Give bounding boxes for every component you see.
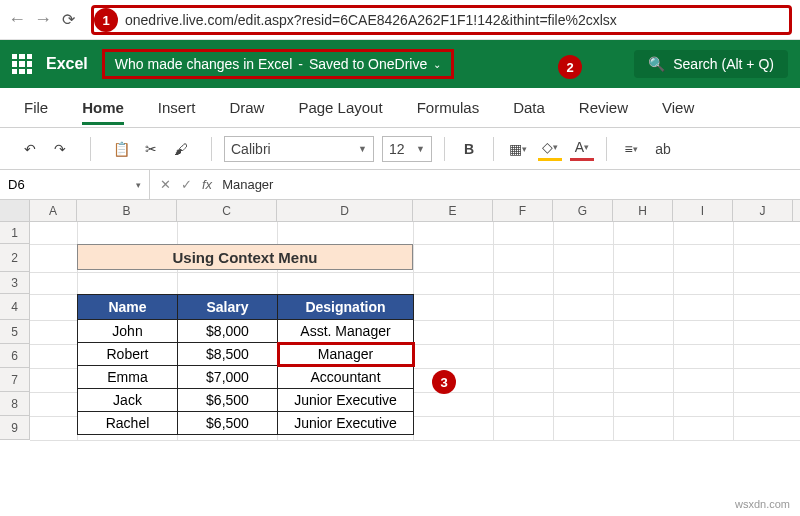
cancel-icon[interactable]: ✕ bbox=[160, 177, 171, 192]
font-name-dropdown[interactable]: Calibri ▼ bbox=[224, 136, 374, 162]
cell[interactable]: Asst. Manager bbox=[278, 320, 414, 343]
url-field[interactable]: 🔒 onedrive.live.com/edit.aspx?resid=6CAE… bbox=[91, 5, 792, 35]
search-button[interactable]: 🔍 Search (Alt + Q) bbox=[634, 50, 788, 78]
tab-review[interactable]: Review bbox=[579, 99, 628, 116]
column-headers: A B C D E F G H I J bbox=[0, 200, 800, 222]
forward-icon[interactable]: → bbox=[34, 9, 52, 30]
fx-icon[interactable]: fx bbox=[202, 177, 212, 192]
document-title[interactable]: Who made changes in Excel - Saved to One… bbox=[102, 49, 454, 79]
col-header-e[interactable]: E bbox=[413, 200, 493, 221]
cell[interactable]: $7,000 bbox=[178, 366, 278, 389]
tab-draw[interactable]: Draw bbox=[229, 99, 264, 116]
save-status: Saved to OneDrive bbox=[309, 56, 427, 72]
table-row: John$8,000Asst. Manager bbox=[78, 320, 414, 343]
col-header-h[interactable]: H bbox=[613, 200, 673, 221]
header-salary[interactable]: Salary bbox=[178, 295, 278, 320]
row-header[interactable]: 2 bbox=[0, 244, 30, 272]
confirm-icon[interactable]: ✓ bbox=[181, 177, 192, 192]
search-icon: 🔍 bbox=[648, 56, 665, 72]
col-header-g[interactable]: G bbox=[553, 200, 613, 221]
font-name-value: Calibri bbox=[231, 141, 271, 157]
tab-page-layout[interactable]: Page Layout bbox=[298, 99, 382, 116]
app-name: Excel bbox=[46, 55, 88, 73]
select-all-corner[interactable] bbox=[0, 200, 30, 221]
row-header[interactable]: 4 bbox=[0, 294, 30, 320]
row-header[interactable]: 6 bbox=[0, 344, 30, 368]
cell[interactable]: $8,500 bbox=[178, 343, 278, 366]
chevron-down-icon: ⌄ bbox=[433, 59, 441, 70]
cell[interactable]: Accountant bbox=[278, 366, 414, 389]
row-header[interactable]: 7 bbox=[0, 368, 30, 392]
font-size-dropdown[interactable]: 12 ▼ bbox=[382, 136, 432, 162]
cell[interactable]: Junior Executive bbox=[278, 412, 414, 435]
annotation-marker-1: 1 bbox=[94, 8, 118, 32]
font-size-value: 12 bbox=[389, 141, 405, 157]
wrap-text-icon[interactable]: ab bbox=[651, 137, 675, 161]
redo-icon[interactable]: ↷ bbox=[48, 137, 72, 161]
browser-address-bar: ← → ⟳ 🔒 onedrive.live.com/edit.aspx?resi… bbox=[0, 0, 800, 40]
annotation-marker-2: 2 bbox=[558, 55, 582, 79]
selected-cell[interactable]: Manager bbox=[278, 343, 414, 366]
cell[interactable]: Emma bbox=[78, 366, 178, 389]
cell[interactable]: Rachel bbox=[78, 412, 178, 435]
cell[interactable]: $6,500 bbox=[178, 412, 278, 435]
row-header[interactable]: 8 bbox=[0, 392, 30, 416]
col-header-i[interactable]: I bbox=[673, 200, 733, 221]
row-header[interactable]: 1 bbox=[0, 222, 30, 244]
row-header[interactable]: 5 bbox=[0, 320, 30, 344]
watermark: wsxdn.com bbox=[735, 498, 790, 510]
col-header-d[interactable]: D bbox=[277, 200, 413, 221]
chevron-down-icon: ▼ bbox=[358, 144, 367, 154]
paste-icon[interactable]: 📋 bbox=[109, 137, 133, 161]
fill-color-icon[interactable]: ◇▾ bbox=[538, 137, 562, 161]
tab-file[interactable]: File bbox=[24, 99, 48, 116]
header-name[interactable]: Name bbox=[78, 295, 178, 320]
header-designation[interactable]: Designation bbox=[278, 295, 414, 320]
app-header: Excel Who made changes in Excel - Saved … bbox=[0, 40, 800, 88]
cell[interactable]: John bbox=[78, 320, 178, 343]
app-launcher-icon[interactable] bbox=[12, 54, 32, 74]
undo-icon[interactable]: ↶ bbox=[18, 137, 42, 161]
format-painter-icon[interactable]: 🖌 bbox=[169, 137, 193, 161]
ribbon-tabs: File Home Insert Draw Page Layout Formul… bbox=[0, 88, 800, 128]
tab-home[interactable]: Home bbox=[82, 99, 124, 125]
col-header-a[interactable]: A bbox=[30, 200, 77, 221]
borders-icon[interactable]: ▦▾ bbox=[506, 137, 530, 161]
cell[interactable]: Jack bbox=[78, 389, 178, 412]
search-label: Search (Alt + Q) bbox=[673, 56, 774, 72]
name-box-value: D6 bbox=[8, 177, 25, 192]
cell[interactable]: Junior Executive bbox=[278, 389, 414, 412]
col-header-c[interactable]: C bbox=[177, 200, 277, 221]
col-header-j[interactable]: J bbox=[733, 200, 793, 221]
align-icon[interactable]: ≡▾ bbox=[619, 137, 643, 161]
table-row: Robert$8,500Manager bbox=[78, 343, 414, 366]
font-color-icon[interactable]: A▾ bbox=[570, 137, 594, 161]
cell[interactable]: $8,000 bbox=[178, 320, 278, 343]
reload-icon[interactable]: ⟳ bbox=[62, 10, 75, 29]
table-row: Jack$6,500Junior Executive bbox=[78, 389, 414, 412]
bold-button[interactable]: B bbox=[457, 137, 481, 161]
tab-insert[interactable]: Insert bbox=[158, 99, 196, 116]
table-row: Rachel$6,500Junior Executive bbox=[78, 412, 414, 435]
formula-value[interactable]: Manager bbox=[222, 177, 273, 192]
tab-formulas[interactable]: Formulas bbox=[417, 99, 480, 116]
cell[interactable]: $6,500 bbox=[178, 389, 278, 412]
cut-icon[interactable]: ✂ bbox=[139, 137, 163, 161]
row-header[interactable]: 9 bbox=[0, 416, 30, 440]
name-box[interactable]: D6 ▾ bbox=[0, 170, 150, 199]
formula-bar: D6 ▾ ✕ ✓ fx Manager bbox=[0, 170, 800, 200]
row-header[interactable]: 3 bbox=[0, 272, 30, 294]
table-header-row: Name Salary Designation bbox=[78, 295, 414, 320]
col-header-f[interactable]: F bbox=[493, 200, 553, 221]
spreadsheet-grid[interactable]: A B C D E F G H I J 1 2 3 4 5 6 7 8 9 Us… bbox=[0, 200, 800, 440]
cell[interactable]: Robert bbox=[78, 343, 178, 366]
annotation-marker-3: 3 bbox=[432, 370, 456, 394]
sheet-title[interactable]: Using Context Menu bbox=[77, 244, 413, 270]
back-icon[interactable]: ← bbox=[8, 9, 26, 30]
table-row: Emma$7,000Accountant bbox=[78, 366, 414, 389]
url-text: onedrive.live.com/edit.aspx?resid=6CAE84… bbox=[125, 12, 617, 28]
doc-title-sep: - bbox=[298, 56, 303, 72]
tab-data[interactable]: Data bbox=[513, 99, 545, 116]
tab-view[interactable]: View bbox=[662, 99, 694, 116]
col-header-b[interactable]: B bbox=[77, 200, 177, 221]
